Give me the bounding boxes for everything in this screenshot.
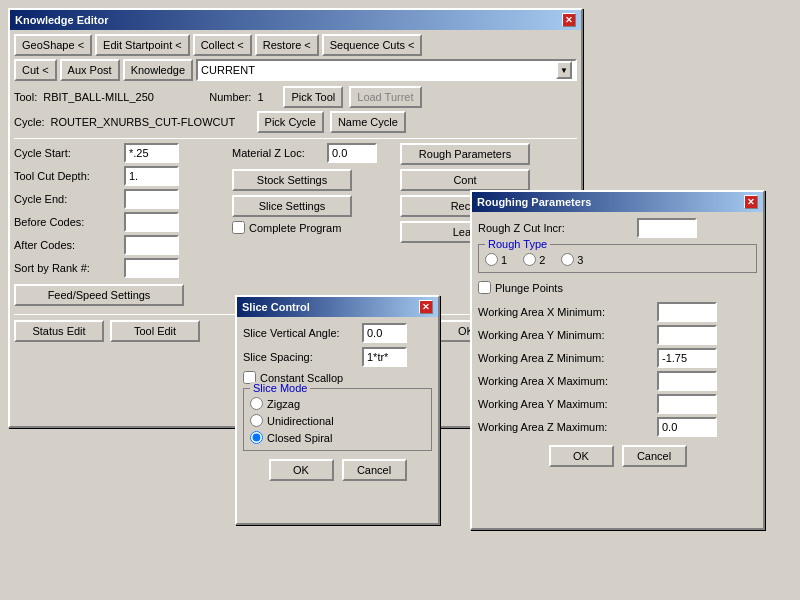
- roughing-titlebar: Roughing Parameters ✕: [472, 192, 763, 212]
- geoshape-button[interactable]: GeoShape <: [14, 34, 92, 56]
- before-codes-label: Before Codes:: [14, 216, 124, 228]
- tool-label: Tool:: [14, 91, 37, 103]
- work-z-max-input[interactable]: [657, 417, 717, 437]
- rough-type-3-label: 3: [577, 254, 583, 266]
- spacing-label: Slice Spacing:: [243, 351, 358, 363]
- collect-button[interactable]: Collect <: [193, 34, 252, 56]
- rough-type-3-item[interactable]: 3: [561, 253, 583, 266]
- current-dropdown[interactable]: CURRENT ▼: [196, 59, 577, 81]
- sequence-cuts-button[interactable]: Sequence Cuts <: [322, 34, 423, 56]
- slice-mode-grouptitle: Slice Mode: [250, 382, 310, 394]
- rough-type-grouptitle: Rough Type: [485, 238, 550, 250]
- vertical-angle-input[interactable]: [362, 323, 407, 343]
- rough-type-2-item[interactable]: 2: [523, 253, 545, 266]
- tool-cut-depth-label: Tool Cut Depth:: [14, 170, 124, 182]
- slice-titlebar: Slice Control ✕: [237, 297, 438, 317]
- cut-button[interactable]: Cut <: [14, 59, 57, 81]
- rough-type-1-radio[interactable]: [485, 253, 498, 266]
- status-edit-button[interactable]: Status Edit: [14, 320, 104, 342]
- feed-speed-settings-button[interactable]: Feed/Speed Settings: [14, 284, 184, 306]
- rough-type-1-label: 1: [501, 254, 507, 266]
- slice-close-btn[interactable]: ✕: [419, 300, 433, 314]
- load-turret-button[interactable]: Load Turret: [349, 86, 421, 108]
- main-titlebar: Knowledge Editor ✕: [10, 10, 581, 30]
- roughing-cancel-button[interactable]: Cancel: [622, 445, 687, 467]
- dropdown-arrow-icon: ▼: [556, 61, 572, 79]
- tool-edit-button[interactable]: Tool Edit: [110, 320, 200, 342]
- stock-settings-button[interactable]: Stock Settings: [232, 169, 352, 191]
- sort-by-rank-input[interactable]: [124, 258, 179, 278]
- work-x-min-label: Working Area X Minimum:: [478, 306, 653, 318]
- main-close-btn[interactable]: ✕: [562, 13, 576, 27]
- edit-startpoint-button[interactable]: Edit Startpoint <: [95, 34, 190, 56]
- zigzag-label: Zigzag: [267, 398, 300, 410]
- complete-program-checkbox[interactable]: [232, 221, 245, 234]
- work-x-max-label: Working Area X Maximum:: [478, 375, 653, 387]
- roughing-close-btn[interactable]: ✕: [744, 195, 758, 209]
- slice-cancel-button[interactable]: Cancel: [342, 459, 407, 481]
- work-y-min-input[interactable]: [657, 325, 717, 345]
- slice-title: Slice Control: [242, 301, 310, 313]
- number-label: Number:: [209, 91, 251, 103]
- work-x-max-input[interactable]: [657, 371, 717, 391]
- rough-parameters-button[interactable]: Rough Parameters: [400, 143, 530, 165]
- plunge-points-checkbox[interactable]: [478, 281, 491, 294]
- material-z-loc-input[interactable]: [327, 143, 377, 163]
- knowledge-button[interactable]: Knowledge: [123, 59, 193, 81]
- rough-z-cut-incr-input[interactable]: [637, 218, 697, 238]
- cycle-end-input[interactable]: [124, 189, 179, 209]
- main-title: Knowledge Editor: [15, 14, 109, 26]
- slice-settings-button[interactable]: Slice Settings: [232, 195, 352, 217]
- spacing-input[interactable]: [362, 347, 407, 367]
- rough-type-1-item[interactable]: 1: [485, 253, 507, 266]
- separator-1: [14, 138, 577, 139]
- slice-ok-button[interactable]: OK: [269, 459, 334, 481]
- cycle-start-input[interactable]: [124, 143, 179, 163]
- unidirectional-label: Unidirectional: [267, 415, 334, 427]
- plunge-points-label: Plunge Points: [495, 282, 563, 294]
- number-value: 1: [257, 91, 277, 103]
- work-y-max-label: Working Area Y Maximum:: [478, 398, 653, 410]
- after-codes-label: After Codes:: [14, 239, 124, 251]
- roughing-ok-button[interactable]: OK: [549, 445, 614, 467]
- complete-program-label: Complete Program: [249, 222, 341, 234]
- tool-value: RBIT_BALL-MILL_250: [43, 91, 203, 103]
- tool-cut-depth-input[interactable]: [124, 166, 179, 186]
- work-z-max-label: Working Area Z Maximum:: [478, 421, 653, 433]
- sort-by-rank-label: Sort by Rank #:: [14, 262, 124, 274]
- work-y-max-input[interactable]: [657, 394, 717, 414]
- closed-spiral-radio[interactable]: [250, 431, 263, 444]
- zigzag-radio[interactable]: [250, 397, 263, 410]
- aux-post-button[interactable]: Aux Post: [60, 59, 120, 81]
- after-codes-input[interactable]: [124, 235, 179, 255]
- cycle-value: ROUTER_XNURBS_CUT-FLOWCUT: [51, 116, 251, 128]
- roughing-window: Roughing Parameters ✕ Rough Z Cut Incr: …: [470, 190, 765, 530]
- vertical-angle-label: Slice Vertical Angle:: [243, 327, 358, 339]
- unidirectional-radio[interactable]: [250, 414, 263, 427]
- restore-button[interactable]: Restore <: [255, 34, 319, 56]
- rough-z-cut-incr-label: Rough Z Cut Incr:: [478, 222, 633, 234]
- material-z-loc-label: Material Z Loc:: [232, 147, 327, 159]
- work-z-min-input[interactable]: [657, 348, 717, 368]
- before-codes-input[interactable]: [124, 212, 179, 232]
- pick-tool-button[interactable]: Pick Tool: [283, 86, 343, 108]
- closed-spiral-label: Closed Spiral: [267, 432, 332, 444]
- name-cycle-button[interactable]: Name Cycle: [330, 111, 406, 133]
- cont-button[interactable]: Cont: [400, 169, 530, 191]
- work-x-min-input[interactable]: [657, 302, 717, 322]
- rough-type-2-label: 2: [539, 254, 545, 266]
- rough-type-3-radio[interactable]: [561, 253, 574, 266]
- rough-type-2-radio[interactable]: [523, 253, 536, 266]
- work-y-min-label: Working Area Y Minimum:: [478, 329, 653, 341]
- cycle-start-label: Cycle Start:: [14, 147, 124, 159]
- slice-window: Slice Control ✕ Slice Vertical Angle: Sl…: [235, 295, 440, 525]
- cycle-label: Cycle:: [14, 116, 45, 128]
- pick-cycle-button[interactable]: Pick Cycle: [257, 111, 324, 133]
- cycle-end-label: Cycle End:: [14, 193, 124, 205]
- work-z-min-label: Working Area Z Minimum:: [478, 352, 653, 364]
- roughing-title: Roughing Parameters: [477, 196, 591, 208]
